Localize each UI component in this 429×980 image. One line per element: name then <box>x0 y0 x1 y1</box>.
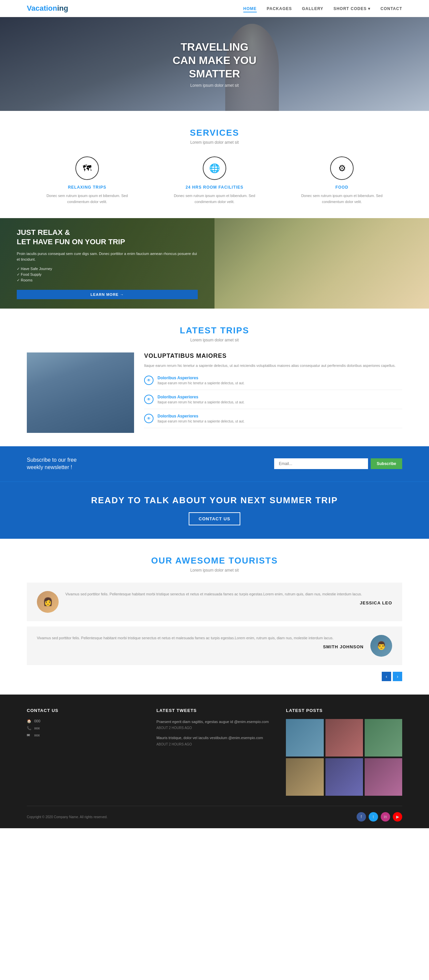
trip-feature-2: 👁 Doloribus Asperiores Itaque earum reru… <box>144 414 402 428</box>
feature-text-2: Doloribus Asperiores Itaque earum rerum … <box>158 414 245 423</box>
footer-contact-address: 🏠 000 <box>27 719 143 723</box>
nav-link-gallery[interactable]: GALLERY <box>302 6 324 11</box>
trips-section: LATEST TRIPS Lorem ipsum dolor amet sit … <box>0 309 429 446</box>
footer-posts-title: LATEST POSTS <box>286 708 402 713</box>
nav-link-home[interactable]: HOME <box>243 6 257 13</box>
footer-bottom: Copyright © 2020 Company Name. All right… <box>27 806 402 821</box>
feature-desc-0: Itaque earum rerum hic tenetur a sapient… <box>158 381 245 385</box>
tweet-time-0: ABOUT 2 HOURS AGO <box>156 726 273 730</box>
nav-link-packages[interactable]: PACKAGES <box>267 6 292 11</box>
newsletter-text: Subscribe to our free weekly newsletter … <box>27 456 77 471</box>
cta-contact-button[interactable]: CONTACT US <box>189 512 240 525</box>
promo-right-image <box>215 218 429 309</box>
footer-tweets-title: LATEST TWEETS <box>156 708 273 713</box>
feature-icon-0: 👁 <box>144 375 153 385</box>
promo-desc: Proin iaculis purus consequat sem cure d… <box>17 251 198 262</box>
footer-col-tweets: LATEST TWEETS Praesent egerit diam sagit… <box>156 708 273 796</box>
trip-feature-0: 👁 Doloribus Asperiores Itaque earum reru… <box>144 375 402 390</box>
service-name-1: 24 HRS ROOM FACILITIES <box>164 185 265 189</box>
post-thumb-4[interactable] <box>325 758 363 796</box>
post-thumb-5[interactable] <box>365 758 402 796</box>
service-icon-1: 🌐 <box>203 156 226 180</box>
service-name-0: RELAXING TRIPS <box>37 185 137 189</box>
testimonial-prev-button[interactable]: ‹ <box>382 672 391 681</box>
avatar-0: 👩 <box>37 591 59 613</box>
trip-card: VOLUPTATIBUS MAIORES Itaque earum rerum … <box>27 352 402 433</box>
promo-list: Have Safe Journey Food Supply Rooms <box>17 267 198 284</box>
post-thumb-2[interactable] <box>365 719 402 757</box>
feature-text-0: Doloribus Asperiores Itaque earum rerum … <box>158 375 245 385</box>
tweet-item-0: Praesent egerit diam sagittis, egestas a… <box>156 719 273 730</box>
footer: CONTACT US 🏠 000 📞 xxx ✉ xxx LATEST TWEE… <box>0 695 429 828</box>
promo-list-item-2: Rooms <box>17 278 198 282</box>
trip-image <box>27 352 134 433</box>
services-section: SERVICES Lorem ipsum dolor amet sit 🗺 RE… <box>0 111 429 218</box>
nav-item-packages[interactable]: PACKAGES <box>267 5 292 11</box>
post-thumb-3[interactable] <box>286 758 324 796</box>
nav-item-gallery[interactable]: GALLERY <box>302 5 324 11</box>
youtube-icon[interactable]: ▶ <box>393 812 402 821</box>
mail-icon: ✉ <box>27 733 32 737</box>
hero-subtitle: Lorem ipsum dolor amet sit <box>172 83 257 88</box>
service-icon-0: 🗺 <box>75 156 99 180</box>
phone-icon: 📞 <box>27 726 32 730</box>
nav-link-contact[interactable]: CONTACT <box>380 6 402 11</box>
trips-title: LATEST TRIPS <box>27 325 402 336</box>
tourists-title: OUR AWESOME TOURISTS <box>27 555 402 566</box>
feature-desc-1: Itaque earum rerum hic tenetur a sapient… <box>158 400 245 404</box>
footer-contact-title: CONTACT US <box>27 708 143 713</box>
nav-link-short-codes[interactable]: SHORT CODES ▾ <box>333 6 370 11</box>
footer-address-text: 000 <box>34 719 40 723</box>
feature-title-0: Doloribus Asperiores <box>158 375 245 380</box>
linkedin-icon[interactable]: in <box>381 812 390 821</box>
tourists-subtitle: Lorem ipsum dolor amet sit <box>27 568 402 573</box>
hero-title: TRAVELLING CAN MAKE YOU SMATTER <box>172 40 257 80</box>
nav-item-home[interactable]: HOME <box>243 5 257 11</box>
learn-more-button[interactable]: LEARN MORE → <box>17 290 198 299</box>
testimonial-card-0: 👩 Vivamus sed porttitor felis. Pellentes… <box>27 583 402 621</box>
nav-item-short-codes[interactable]: SHORT CODES ▾ <box>333 5 370 11</box>
social-icons: f t in ▶ <box>357 812 402 821</box>
service-name-2: FOOD <box>292 185 392 189</box>
service-desc-0: Donec sem rutrum ipsum qoum et bibendum.… <box>37 193 137 205</box>
trip-content: VOLUPTATIBUS MAIORES Itaque earum rerum … <box>144 352 402 433</box>
feature-icon-2: 👁 <box>144 414 153 423</box>
tweet-text-1: Mauris tristique, dolor vel iaculis vest… <box>156 735 273 741</box>
latest-posts-grid <box>286 719 402 796</box>
testimonial-next-button[interactable]: › <box>393 672 402 681</box>
testimonial-text-0: Vivamus sed porttitor felis. Pellentesqu… <box>65 591 392 606</box>
service-desc-2: Donec sem rutrum ipsum qoum et bibendum.… <box>292 193 392 205</box>
avatar-1: 👨 <box>370 635 392 657</box>
footer-col-contact: CONTACT US 🏠 000 📞 xxx ✉ xxx <box>27 708 143 796</box>
twitter-icon[interactable]: t <box>369 812 378 821</box>
newsletter-subscribe-button[interactable]: Subscribe <box>371 458 402 469</box>
home-icon: 🏠 <box>27 719 32 723</box>
hero-content: TRAVELLING CAN MAKE YOU SMATTER Lorem ip… <box>172 40 257 88</box>
nav-item-contact[interactable]: CONTACT <box>380 5 402 11</box>
brand-logo[interactable]: Vacationing <box>27 4 68 13</box>
cta-title: READY TO TALK ABOUT YOUR NEXT SUMMER TRI… <box>27 495 402 506</box>
feature-text-1: Doloribus Asperiores Itaque earum rerum … <box>158 395 245 404</box>
post-thumb-1[interactable] <box>325 719 363 757</box>
tweet-time-1: ABOUT 2 HOURS AGO <box>156 743 273 746</box>
navbar: Vacationing HOME PACKAGES GALLERY SHORT … <box>0 0 429 17</box>
tweet-text-0: Praesent egerit diam sagittis, egestas a… <box>156 719 273 725</box>
service-item-2: ⚙ FOOD Donec sem rutrum ipsum qoum et bi… <box>292 156 392 205</box>
feature-icon-1: 👁 <box>144 395 153 404</box>
feature-title-1: Doloribus Asperiores <box>158 395 245 399</box>
testimonial-quote-1: Vivamus sed porttitor felis. Pellentesqu… <box>37 635 364 641</box>
promo-left: JUST RELAX & LET HAVE FUN ON YOUR TRIP P… <box>0 218 215 309</box>
footer-grid: CONTACT US 🏠 000 📞 xxx ✉ xxx LATEST TWEE… <box>27 708 402 796</box>
cta-band: READY TO TALK ABOUT YOUR NEXT SUMMER TRI… <box>0 482 429 539</box>
tweet-item-1: Mauris tristique, dolor vel iaculis vest… <box>156 735 273 746</box>
services-grid: 🗺 RELAXING TRIPS Donec sem rutrum ipsum … <box>27 156 402 205</box>
feature-desc-2: Itaque earum rerum hic tenetur a sapient… <box>158 420 245 423</box>
newsletter-section: Subscribe to our free weekly newsletter … <box>0 446 429 482</box>
footer-contact-email: ✉ xxx <box>27 733 143 737</box>
newsletter-email-input[interactable] <box>274 458 368 469</box>
services-title: SERVICES <box>27 128 402 138</box>
facebook-icon[interactable]: f <box>357 812 366 821</box>
post-thumb-0[interactable] <box>286 719 324 757</box>
testimonial-name-1: SMITH JOHNSON <box>37 644 364 649</box>
trip-card-title: VOLUPTATIBUS MAIORES <box>144 352 402 360</box>
